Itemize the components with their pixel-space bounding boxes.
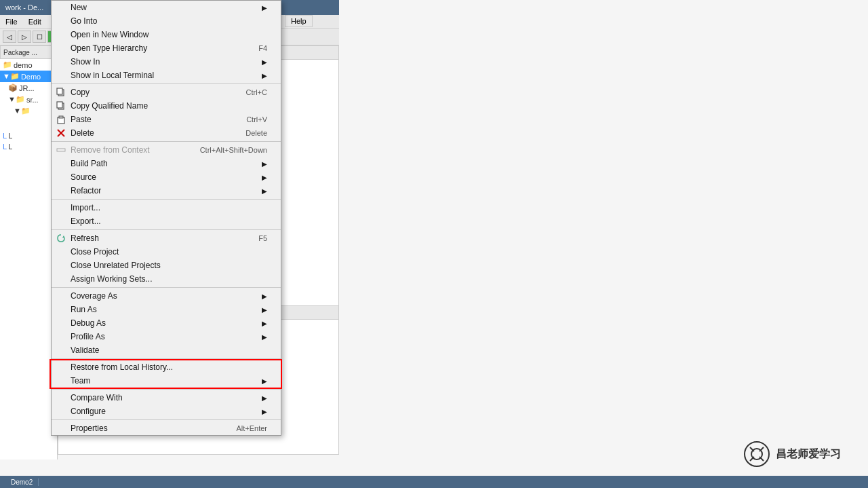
tree-item-Demo2[interactable]: ▼📁 Demo (0, 71, 57, 82)
submenu-arrow-compare_with: ▶ (262, 394, 267, 402)
menu-item-configure[interactable]: Configure▶ (52, 405, 281, 418)
menu-label-new: New (71, 3, 87, 12)
svg-rect-3 (57, 102, 62, 108)
menu-item-restore_history[interactable]: Restore from Local History... (52, 360, 281, 374)
menu-item-copy[interactable]: CopyCtrl+C (52, 86, 281, 99)
project-tree: 📁 demo ▼📁 Demo 📦 JR... ▼📁 sr... ▼📁 L L L… (0, 59, 58, 459)
menu-label-coverage_as: Coverage As (71, 291, 117, 301)
menu-label-compare_with: Compare With (71, 393, 123, 402)
menu-item-remove_context[interactable]: Remove from ContextCtrl+Alt+Shift+Down (52, 143, 281, 157)
status-bar: Demo2 (0, 476, 868, 488)
submenu-arrow-source: ▶ (262, 174, 267, 181)
shortcut-paste: Ctrl+V (246, 115, 267, 124)
menu-item-import[interactable]: Import... (52, 201, 281, 214)
menu-item-go_into[interactable]: Go Into (52, 14, 281, 28)
menu-label-build_path: Build Path (71, 159, 108, 168)
menu-item-show_local_terminal[interactable]: Show in Local Terminal▶ (52, 69, 281, 82)
separator-after-refactor (52, 199, 281, 200)
menu-item-copy_qualified[interactable]: Copy Qualified Name (52, 99, 281, 113)
menu-item-validate[interactable]: Validate (52, 343, 281, 357)
menu-item-close_unrelated[interactable]: Close Unrelated Projects (52, 259, 281, 272)
menu-icon-paste (54, 115, 68, 124)
menu-label-refactor: Refactor (71, 186, 101, 195)
submenu-arrow-new: ▶ (262, 4, 267, 12)
menu-item-export[interactable]: Export... (52, 214, 281, 228)
separator-after-team (52, 389, 281, 390)
menu-label-source: Source (71, 172, 96, 182)
menu-item-debug_as[interactable]: Debug As▶ (52, 316, 281, 330)
menu-item-source[interactable]: Source▶ (52, 170, 281, 184)
shortcut-properties: Alt+Enter (236, 424, 267, 432)
help-menu[interactable]: Help (285, 15, 313, 27)
shortcut-open_type_hierarchy: F4 (258, 44, 267, 52)
menu-label-configure: Configure (71, 407, 106, 416)
menu-item-build_path[interactable]: Build Path▶ (52, 157, 281, 170)
menu-label-close_unrelated: Close Unrelated Projects (71, 261, 161, 270)
menu-item-new[interactable]: New▶ (52, 1, 281, 14)
menu-edit[interactable]: Edit (26, 17, 44, 26)
separator-after-export (52, 229, 281, 230)
tree-item-src-sub[interactable]: ▼📁 (0, 105, 57, 117)
menu-label-show_local_terminal: Show in Local Terminal (71, 71, 154, 80)
watermark-text: 昌老师爱学习 (776, 447, 841, 462)
menu-label-copy_qualified: Copy Qualified Name (71, 101, 148, 111)
menu-label-close_project: Close Project (71, 247, 119, 257)
shortcut-copy: Ctrl+C (246, 88, 267, 96)
submenu-arrow-debug_as: ▶ (262, 320, 267, 327)
menu-label-profile_as: Profile As (71, 332, 105, 341)
menu-file[interactable]: File (3, 17, 20, 26)
package-explorer-tab[interactable]: Package ... (0, 45, 58, 59)
window-title: work - De... (5, 3, 43, 12)
menu-item-run_as[interactable]: Run As▶ (52, 303, 281, 316)
menu-label-run_as: Run As (71, 305, 97, 314)
menu-icon-delete (54, 128, 68, 138)
menu-item-refresh[interactable]: RefreshF5 (52, 231, 281, 245)
menu-item-paste[interactable]: PasteCtrl+V (52, 113, 281, 126)
submenu-arrow-run_as: ▶ (262, 306, 267, 314)
menu-item-team[interactable]: Team▶ (52, 374, 281, 388)
tree-item-jr[interactable]: 📦 JR... (0, 82, 57, 94)
menu-item-open_type_hierarchy[interactable]: Open Type HierarchyF4 (52, 41, 281, 55)
submenu-arrow-build_path: ▶ (262, 160, 267, 168)
context-menu: New▶Go IntoOpen in New WindowOpen Type H… (51, 0, 281, 436)
menu-label-go_into: Go Into (71, 16, 97, 26)
menu-label-export: Export... (71, 217, 101, 226)
menu-label-paste: Paste (71, 115, 92, 124)
tree-item-demo[interactable]: 📁 demo (0, 59, 57, 71)
menu-label-copy: Copy (71, 88, 90, 97)
submenu-arrow-refactor: ▶ (262, 187, 267, 195)
svg-rect-8 (57, 149, 65, 151)
menu-icon-remove_context (54, 145, 68, 155)
menu-item-refactor[interactable]: Refactor▶ (52, 184, 281, 198)
menu-label-remove_context: Remove from Context (71, 145, 150, 155)
menu-label-open_type_hierarchy: Open Type Hierarchy (71, 43, 147, 53)
menu-item-show_in[interactable]: Show In▶ (52, 55, 281, 69)
menu-item-close_project[interactable]: Close Project (52, 245, 281, 259)
menu-item-delete[interactable]: DeleteDelete (52, 126, 281, 140)
menu-label-delete: Delete (71, 128, 94, 138)
svg-rect-5 (59, 116, 63, 118)
shortcut-delete: Delete (245, 129, 267, 137)
menu-icon-refresh (54, 233, 68, 243)
separator-after-delete (52, 141, 281, 142)
menu-item-profile_as[interactable]: Profile As▶ (52, 330, 281, 343)
tree-item-L1[interactable]: L L (0, 130, 57, 141)
svg-rect-1 (57, 88, 62, 94)
tree-item-L2[interactable]: L L (0, 141, 57, 152)
toolbar-btn-1[interactable]: ◁ (3, 31, 16, 43)
separator-after-validate (52, 358, 281, 359)
menu-item-coverage_as[interactable]: Coverage As▶ (52, 289, 281, 303)
toolbar-btn-2[interactable]: ▷ (18, 31, 31, 43)
separator-after-show_local_terminal (52, 83, 281, 84)
menu-icon-copy (54, 88, 68, 97)
menu-item-properties[interactable]: PropertiesAlt+Enter (52, 421, 281, 435)
menu-item-compare_with[interactable]: Compare With▶ (52, 391, 281, 405)
menu-label-open_new_window: Open in New Window (71, 30, 149, 39)
menu-item-assign_working[interactable]: Assign Working Sets... (52, 272, 281, 286)
menu-label-refresh: Refresh (71, 233, 99, 243)
menu-label-validate: Validate (71, 345, 99, 355)
menu-item-open_new_window[interactable]: Open in New Window (52, 28, 281, 41)
svg-point-10 (745, 442, 769, 466)
toolbar-btn-new[interactable]: ☐ (33, 31, 46, 43)
tree-item-src[interactable]: ▼📁 sr... (0, 94, 57, 105)
